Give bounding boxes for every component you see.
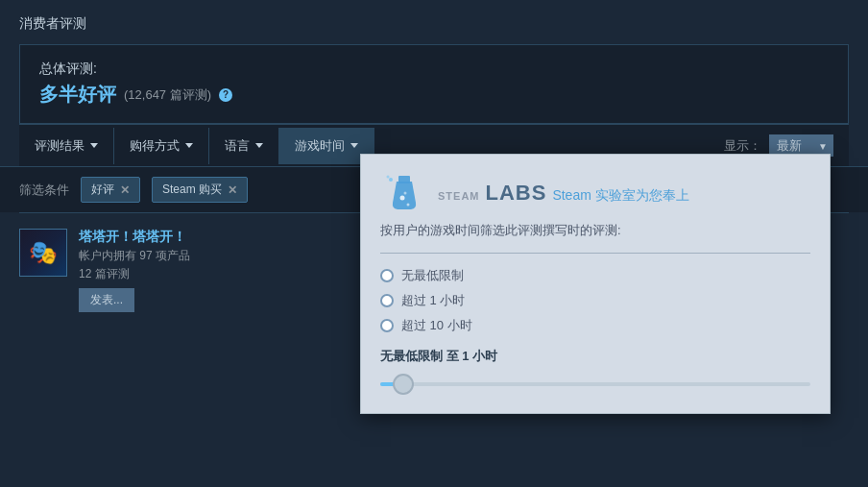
filter-playtime-label: 游戏时间 xyxy=(295,137,345,155)
range-suffix: 1 小时 xyxy=(462,349,497,363)
labs-description: 按用户的游戏时间筛选此评测撰写时的评测: xyxy=(380,222,810,254)
filter-tag-positive-text: 好评 xyxy=(91,182,114,198)
radio-item-over-1h[interactable]: 超过 1 小时 xyxy=(380,292,810,309)
labs-subtitle: Steam 实验室为您奉上 xyxy=(552,187,688,205)
overall-label: 总体评测: xyxy=(39,61,829,78)
range-prefix: 无最低限制 xyxy=(380,349,443,363)
svg-point-3 xyxy=(404,192,407,195)
filter-tag-steam-purchase: Steam 购买 ✕ xyxy=(152,177,248,203)
slider-thumb[interactable] xyxy=(393,374,414,395)
svg-point-2 xyxy=(407,204,410,207)
labs-header: STEAM LABS Steam 实验室为您奉上 xyxy=(380,174,810,212)
chevron-down-icon xyxy=(90,143,98,148)
steam-labs-logo xyxy=(380,174,428,212)
rating-text: 多半好评 xyxy=(39,82,116,108)
svg-point-5 xyxy=(387,176,390,179)
range-label: 无最低限制 至 1 小时 xyxy=(380,348,810,365)
consumer-reviews-section: 消费者评测 总体评测: 多半好评 (12,647 篇评测) ? 评测结果 购得方… xyxy=(0,0,868,166)
radio-group: 无最低限制 超过 1 小时 超过 10 小时 xyxy=(380,267,810,334)
filter-conditions-label: 筛选条件 xyxy=(19,182,69,199)
section-title: 消费者评测 xyxy=(19,15,849,33)
review-count: (12,647 篇评测) xyxy=(124,86,211,104)
slider-track xyxy=(380,382,810,386)
chevron-down-icon xyxy=(350,143,358,148)
radio-label-no-min: 无最低限制 xyxy=(401,267,464,284)
labs-text-group: STEAM LABS Steam 实验室为您奉上 xyxy=(438,181,689,206)
avatar: 🎭 xyxy=(19,229,67,277)
radio-item-no-min[interactable]: 无最低限制 xyxy=(380,267,810,284)
filter-tag-positive: 好评 ✕ xyxy=(81,177,140,203)
playtime-dropdown: STEAM LABS Steam 实验室为您奉上 按用户的游戏时间筛选此评测撰写… xyxy=(360,154,831,414)
svg-point-4 xyxy=(389,178,393,182)
range-middle: 至 xyxy=(446,349,463,363)
svg-rect-0 xyxy=(398,176,410,183)
filter-language-button[interactable]: 语言 xyxy=(209,128,279,164)
chevron-down-icon xyxy=(255,143,263,148)
post-review-button[interactable]: 发表... xyxy=(79,288,134,312)
slider-container xyxy=(380,375,810,394)
radio-label-over-1h: 超过 1 小时 xyxy=(401,292,465,309)
radio-label-over-10h: 超过 10 小时 xyxy=(401,317,472,334)
chevron-down-icon xyxy=(185,143,193,148)
overall-review-box: 总体评测: 多半好评 (12,647 篇评测) ? xyxy=(19,44,849,124)
avatar-image: 🎭 xyxy=(20,230,66,276)
steam-label: STEAM xyxy=(438,190,480,202)
overall-rating: 多半好评 (12,647 篇评测) ? xyxy=(39,82,829,108)
filter-purchase-button[interactable]: 购得方式 xyxy=(114,128,209,164)
radio-circle-over-10h xyxy=(380,319,394,332)
filter-tag-steam-purchase-text: Steam 购买 xyxy=(162,182,222,198)
filter-tag-steam-purchase-close[interactable]: ✕ xyxy=(228,183,237,197)
steam-labs-icon xyxy=(381,174,427,212)
filter-language-label: 语言 xyxy=(225,137,250,155)
filter-result-label: 评测结果 xyxy=(35,137,84,155)
help-icon[interactable]: ? xyxy=(219,88,232,102)
display-label-text: 显示： xyxy=(724,137,761,155)
svg-point-1 xyxy=(400,196,405,201)
filter-purchase-label: 购得方式 xyxy=(130,137,180,155)
filter-tag-positive-close[interactable]: ✕ xyxy=(120,183,130,197)
radio-circle-no-min xyxy=(380,269,394,282)
main-container: 消费者评测 总体评测: 多半好评 (12,647 篇评测) ? 评测结果 购得方… xyxy=(0,0,868,487)
filter-result-button[interactable]: 评测结果 xyxy=(19,128,114,164)
labs-label: LABS xyxy=(486,181,547,206)
radio-circle-over-1h xyxy=(380,294,394,307)
radio-item-over-10h[interactable]: 超过 10 小时 xyxy=(380,317,810,334)
